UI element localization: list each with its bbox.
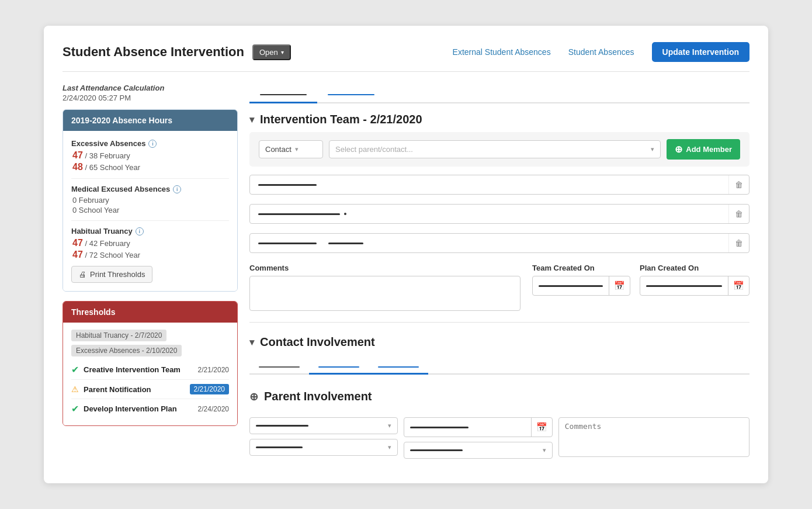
date-fields-row: Team Created On 📅 Plan Created On	[532, 264, 749, 296]
contact-tab-3[interactable]	[369, 357, 428, 375]
absence-card-header: 2019-2020 Absence Hours	[63, 110, 237, 131]
intervention-team-header: ▾ Intervention Team - 2/21/2020	[249, 103, 749, 132]
warn-icon-2: ⚠	[71, 385, 79, 394]
member-row-2: 🗑	[249, 204, 749, 224]
main-tab-bar	[249, 84, 749, 103]
comments-textarea[interactable]	[249, 276, 520, 311]
print-thresholds-button[interactable]: 🖨 Print Thresholds	[71, 266, 152, 283]
threshold-tag-habitual: Habitual Truancy - 2/7/2020	[71, 330, 166, 341]
comments-area: Comments	[249, 264, 520, 313]
member-rows: 🗑 🗑 🗑	[249, 175, 749, 258]
parent-dropdowns: ▾ ▾	[249, 417, 398, 456]
update-intervention-button[interactable]: Update Intervention	[652, 42, 749, 62]
medical-absences-title: Medical Excused Absences i	[71, 185, 229, 193]
contact-collapse-icon[interactable]: ▾	[249, 337, 254, 348]
body-layout: Last Attendance Calculation 2/24/2020 05…	[63, 84, 749, 467]
delete-member-3-button[interactable]: 🗑	[728, 234, 749, 252]
print-icon: 🖨	[79, 270, 86, 279]
excessive-school-row: 48 / 65 School Year	[71, 162, 229, 172]
team-add-row: Contact ▾ Select parent/contact... ▾ ⊕ A…	[249, 132, 749, 167]
comments-label: Comments	[249, 264, 520, 272]
contact-involvement-section: ▾ Contact Involvement	[249, 322, 749, 375]
excessive-absences-title: Excessive Absences i	[71, 139, 229, 148]
header-left: Student Absence Intervention Open ▾	[63, 44, 291, 60]
plan-created-input: 📅	[640, 276, 749, 296]
parent-involvement-section: ⊕ Parent Involvement ▾ ▾	[249, 380, 749, 467]
circle-plus-icon: ⊕	[675, 144, 682, 155]
main-card: Student Absence Intervention Open ▾ Exte…	[44, 26, 768, 483]
threshold-tag-excessive: Excessive Absences - 2/10/2020	[71, 345, 182, 356]
right-content: ▾ Intervention Team - 2/21/2020 Contact …	[249, 84, 749, 467]
parent-dropdown-2[interactable]: ▾	[249, 439, 398, 456]
parent-contact-select[interactable]: Select parent/contact... ▾	[329, 140, 661, 158]
contact-tab-bar	[249, 357, 749, 375]
add-member-button[interactable]: ⊕ Add Member	[667, 139, 740, 160]
calc-date: 2/24/2020 05:27 PM	[63, 94, 238, 102]
medical-school-row: 0 School Year	[71, 206, 229, 214]
header-nav: External Student Absences Student Absenc…	[453, 42, 749, 62]
page-title: Student Absence Intervention	[63, 44, 244, 60]
threshold-item-1: ✔ Creative Intervention Team 2/21/2020	[71, 360, 229, 380]
tab-1-label	[260, 94, 307, 96]
parent-dropdown-arrow: ▾	[651, 146, 654, 153]
thresholds-card: Thresholds Habitual Truancy - 2/7/2020 E…	[63, 301, 238, 426]
absence-hours-card: 2019-2020 Absence Hours Excessive Absenc…	[63, 109, 238, 292]
student-absences-link[interactable]: Student Absences	[568, 47, 634, 57]
thresholds-header: Thresholds	[63, 302, 237, 323]
check-icon-3: ✔	[71, 403, 79, 414]
parent-comments-textarea[interactable]	[558, 417, 749, 457]
medical-info-icon[interactable]: i	[173, 185, 181, 193]
comments-dates-area: Comments Team Created On 📅	[249, 264, 749, 313]
check-icon-1: ✔	[71, 364, 79, 375]
habitual-school-row: 47 / 72 School Year	[71, 250, 229, 260]
parent-dropdown-1[interactable]: ▾	[249, 417, 398, 434]
parent-involvement-header: ⊕ Parent Involvement	[249, 380, 749, 409]
parent-row-group: ▾ ▾ 📅	[249, 417, 749, 459]
parent-dropdown-3[interactable]: ▾	[404, 442, 552, 459]
external-absences-link[interactable]: External Student Absences	[453, 47, 551, 57]
member-row-1: 🗑	[249, 175, 749, 195]
parent-date-fields: 📅 ▾	[404, 417, 552, 459]
contact-dropdown-arrow: ▾	[295, 146, 299, 153]
excessive-feb-row: 47 / 38 February	[71, 150, 229, 161]
plan-created-calendar-button[interactable]: 📅	[728, 276, 749, 295]
page-header: Student Absence Intervention Open ▾ Exte…	[63, 42, 749, 72]
contact-tab-2[interactable]	[309, 357, 369, 375]
left-sidebar: Last Attendance Calculation 2/24/2020 05…	[63, 84, 238, 467]
parent-date-input-1: 📅	[404, 417, 552, 437]
contact-type-dropdown[interactable]: Contact ▾	[259, 140, 323, 158]
absence-card-body: Excessive Absences i 47 / 38 February 48…	[63, 131, 237, 291]
tab-2-label	[328, 94, 374, 96]
thresholds-body: Habitual Truancy - 2/7/2020 Excessive Ab…	[63, 323, 237, 425]
excessive-info-icon[interactable]: i	[148, 140, 157, 148]
habitual-truancy-title: Habitual Truancy i	[71, 227, 229, 236]
collapse-icon[interactable]: ▾	[249, 114, 254, 125]
chevron-down-icon: ▾	[281, 49, 284, 56]
medical-feb-row: 0 February	[71, 196, 229, 205]
team-created-input: 📅	[532, 276, 630, 296]
tab-2[interactable]	[317, 84, 385, 103]
tab-1[interactable]	[249, 84, 317, 103]
threshold-item-2: ⚠ Parent Notification 2/21/2020	[71, 380, 229, 399]
dates-area: Team Created On 📅 Plan Created On	[532, 264, 749, 296]
habitual-info-icon[interactable]: i	[136, 227, 144, 236]
parent-plus-icon[interactable]: ⊕	[249, 390, 258, 403]
parent-involvement-body: ▾ ▾ 📅	[249, 409, 749, 467]
member-row-3: 🗑	[249, 233, 749, 253]
contact-involvement-header: ▾ Contact Involvement	[249, 326, 749, 355]
delete-member-2-button[interactable]: 🗑	[728, 205, 749, 223]
plan-created-group: Plan Created On 📅	[640, 264, 749, 296]
status-dropdown[interactable]: Open ▾	[252, 44, 291, 60]
habitual-feb-row: 47 / 42 February	[71, 238, 229, 248]
parent-date-calendar-button[interactable]: 📅	[531, 418, 552, 437]
team-created-calendar-button[interactable]: 📅	[609, 276, 630, 295]
threshold-item-3: ✔ Develop Intervention Plan 2/24/2020	[71, 399, 229, 418]
delete-member-1-button[interactable]: 🗑	[728, 175, 749, 194]
team-created-group: Team Created On 📅	[532, 264, 630, 296]
threshold-tags: Habitual Truancy - 2/7/2020 Excessive Ab…	[71, 330, 229, 360]
contact-tab-1[interactable]	[249, 357, 309, 375]
calc-label: Last Attendance Calculation	[63, 84, 238, 92]
